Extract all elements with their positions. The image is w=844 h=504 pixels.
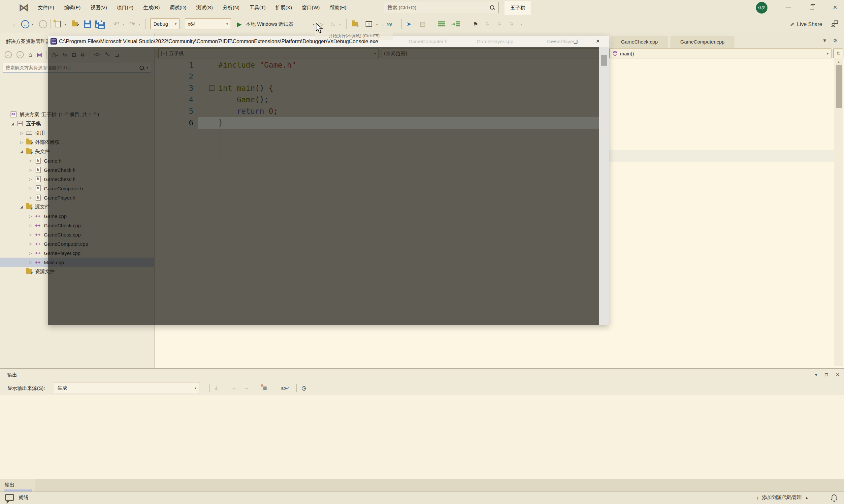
- solution-platforms-combo[interactable]: x64▾: [185, 18, 231, 29]
- navigate-back-button[interactable]: ←: [21, 15, 29, 33]
- explorer-forward-icon[interactable]: →: [17, 51, 24, 58]
- expander-collapsed-icon[interactable]: ▷: [26, 186, 34, 191]
- menu-item-5[interactable]: 生成(B): [138, 0, 165, 15]
- split-editor-button[interactable]: ⇅: [833, 49, 843, 58]
- menu-item-9[interactable]: 工具(T): [245, 0, 271, 15]
- solution-configurations-combo[interactable]: Debug▾: [150, 18, 179, 29]
- menu-item-3[interactable]: 视图(V): [86, 0, 112, 15]
- open-file-button[interactable]: ↗: [72, 15, 78, 33]
- navigate-to-cursor-icon[interactable]: ➤: [407, 15, 411, 33]
- expander-collapsed-icon[interactable]: ▷: [17, 131, 25, 135]
- menu-item-8[interactable]: 分析(N): [218, 0, 245, 15]
- find-in-files-icon[interactable]: ⌕: [352, 15, 358, 33]
- expander-collapsed-icon[interactable]: ▷: [26, 159, 34, 163]
- decrease-indent-icon[interactable]: [438, 15, 445, 33]
- start-debugging-icon[interactable]: ▶: [237, 15, 242, 33]
- console-scrollbar-thumb[interactable]: [601, 55, 607, 66]
- feedback-bubble-icon[interactable]: [5, 494, 14, 501]
- live-share-button[interactable]: ⇗Live Share: [790, 21, 822, 28]
- menu-item-6[interactable]: 调试(D): [165, 0, 191, 15]
- clear-bookmarks-icon[interactable]: ⚐: [509, 15, 514, 33]
- send-feedback-icon[interactable]: [831, 20, 838, 29]
- expander-expanded-icon[interactable]: ◢: [17, 149, 25, 154]
- expander-collapsed-icon[interactable]: ▷: [26, 177, 34, 181]
- expander-collapsed-icon[interactable]: ▷: [26, 242, 34, 246]
- console-scrollbar[interactable]: [599, 47, 609, 325]
- menu-item-4[interactable]: 项目(P): [112, 0, 138, 15]
- menu-item-11[interactable]: 窗口(W): [297, 0, 325, 15]
- expander-collapsed-icon[interactable]: ▷: [26, 214, 34, 218]
- tab-list-dropdown-icon[interactable]: ▼: [822, 38, 827, 43]
- hot-reload-dropdown[interactable]: ▾: [339, 15, 341, 33]
- expander-collapsed-icon[interactable]: ▷: [26, 196, 34, 200]
- next-message-icon[interactable]: →: [244, 383, 249, 393]
- timestamps-icon[interactable]: ◷: [302, 383, 306, 393]
- expander-collapsed-icon[interactable]: ▷: [26, 260, 34, 265]
- new-project-dropdown[interactable]: ▾: [65, 15, 66, 33]
- expander-collapsed-icon[interactable]: ▷: [17, 140, 25, 144]
- tab-options-gear-icon[interactable]: ⚙: [833, 38, 838, 43]
- menu-item-1[interactable]: 文件(F): [33, 0, 59, 15]
- quick-search-input[interactable]: 搜索 (Ctrl+Q): [384, 2, 499, 13]
- switch-views-icon[interactable]: ⋈: [37, 52, 42, 58]
- console-maximize-button[interactable]: [568, 36, 583, 47]
- scroll-up-arrow-icon[interactable]: ▲: [834, 60, 843, 64]
- explorer-back-icon[interactable]: ←: [5, 51, 12, 58]
- console-body[interactable]: [48, 47, 609, 325]
- editor-scrollbar-thumb[interactable]: [836, 65, 842, 108]
- undo-button[interactable]: ↶: [113, 15, 120, 33]
- menu-item-2[interactable]: 编辑(E): [59, 0, 86, 15]
- redo-dropdown[interactable]: ▾: [139, 15, 140, 33]
- expander-expanded-icon[interactable]: ◢: [8, 122, 17, 126]
- nav-member-combo[interactable]: main()▾: [609, 49, 831, 58]
- save-button[interactable]: [84, 15, 91, 33]
- menu-item-7[interactable]: 测试(S): [191, 0, 218, 15]
- user-avatar[interactable]: 优昊: [756, 2, 768, 14]
- console-minimize-button[interactable]: —: [546, 36, 561, 47]
- explorer-home-icon[interactable]: ⌂: [29, 51, 32, 58]
- tab-GameCheck.cpp[interactable]: GameCheck.cpp: [611, 36, 668, 48]
- word-wrap-icon[interactable]: ab⤶: [281, 383, 289, 393]
- output-content[interactable]: [0, 395, 844, 480]
- menu-item-12[interactable]: 帮助(H): [325, 0, 352, 15]
- expander-collapsed-icon[interactable]: ▷: [26, 168, 34, 172]
- new-project-button[interactable]: ✶: [55, 15, 61, 33]
- navigate-forward-button[interactable]: →: [39, 15, 47, 33]
- panel-close-icon[interactable]: ✕: [836, 372, 840, 377]
- goto-message-icon[interactable]: ⤓: [215, 383, 218, 393]
- increase-indent-icon[interactable]: ⇥: [451, 15, 460, 33]
- spell-check-icon[interactable]: abc✓: [387, 15, 393, 33]
- previous-message-icon[interactable]: ←: [232, 383, 237, 393]
- panel-menu-dropdown-icon[interactable]: ▾: [815, 372, 817, 377]
- editor-scrollbar[interactable]: ▲: [834, 59, 843, 366]
- panel-dock-icon[interactable]: ⊡: [825, 372, 828, 377]
- tab-GameComputer.cpp[interactable]: GameComputer.cpp: [670, 36, 734, 48]
- bookmarks-dropdown[interactable]: ▾: [521, 15, 522, 33]
- start-debugging-label[interactable]: 本地 Windows 调试器: [246, 15, 293, 33]
- paste-icon[interactable]: ▤: [420, 15, 425, 33]
- clear-all-icon[interactable]: ≣✕: [263, 383, 267, 393]
- debug-console-window[interactable]: C:\Program Files\Microsoft Visual Studio…: [48, 36, 609, 325]
- expander-expanded-icon[interactable]: ◢: [17, 205, 25, 209]
- undo-dropdown[interactable]: ▾: [123, 15, 124, 33]
- menu-item-10[interactable]: 扩展(X): [271, 0, 297, 15]
- navigate-back-dropdown[interactable]: ▾: [32, 15, 33, 33]
- save-all-button[interactable]: [95, 15, 105, 33]
- next-bookmark-icon[interactable]: ⚐: [497, 15, 502, 33]
- toggle-bookmark-icon[interactable]: ⚑: [473, 15, 478, 33]
- expander-collapsed-icon[interactable]: ▷: [26, 223, 34, 228]
- expander-collapsed-icon[interactable]: ▷: [26, 251, 34, 255]
- console-close-button[interactable]: ✕: [591, 36, 605, 47]
- start-debugging-dropdown[interactable]: ▾: [313, 15, 315, 33]
- minimize-button[interactable]: —: [780, 0, 796, 15]
- redo-button[interactable]: ↷: [129, 15, 135, 33]
- notifications-bell-icon[interactable]: [830, 494, 838, 502]
- window-dropdown[interactable]: ▾: [376, 15, 378, 33]
- close-button[interactable]: ✕: [827, 0, 843, 15]
- output-source-combo[interactable]: 生成▾: [54, 383, 200, 393]
- hot-reload-icon[interactable]: ♨: [330, 15, 335, 33]
- add-to-source-control-button[interactable]: ↑ 添加到源代码管理 ▲: [756, 494, 808, 501]
- previous-bookmark-icon[interactable]: ⚐: [485, 15, 490, 33]
- expander-collapsed-icon[interactable]: ▷: [26, 233, 34, 237]
- solution-explorer-home-icon[interactable]: ⌂: [365, 15, 372, 33]
